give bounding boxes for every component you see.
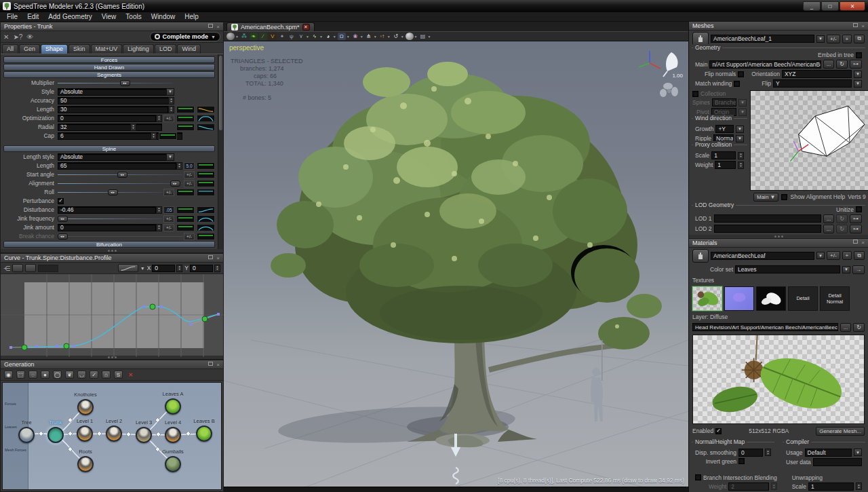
lod1-edit[interactable]: ⊶: [850, 214, 862, 223]
start-angle-slider[interactable]: ◂▸: [58, 171, 182, 178]
lod1-browse[interactable]: ...: [823, 214, 835, 223]
enable-node-icon[interactable]: ✓: [90, 371, 98, 379]
close-panel-icon[interactable]: ×: [861, 240, 865, 246]
tab-mat-uv[interactable]: Mat+UV: [91, 44, 123, 54]
main-reload-button[interactable]: ↻: [836, 60, 848, 69]
mesh-select-dropdown[interactable]: AmericanBeechLeaf_1: [711, 35, 814, 43]
flower-tool[interactable]: ❀▼: [351, 33, 363, 40]
detail-normal-texture-button[interactable]: Detail Normal: [820, 286, 850, 311]
jink-amount-thumb2[interactable]: [197, 224, 215, 231]
normal-texture-thumb[interactable]: [724, 286, 754, 311]
length-curve-thumb[interactable]: [197, 106, 215, 113]
section-forces[interactable]: Forces: [3, 56, 215, 63]
jink-frequency-slider[interactable]: ◂▸: [58, 215, 162, 223]
node-knotholes[interactable]: [77, 399, 94, 415]
document-tab[interactable]: AmericanBeech.spm* ✕: [226, 22, 315, 31]
radial-curve-thumb[interactable]: [197, 124, 215, 131]
spine-length-thumb[interactable]: [197, 162, 215, 170]
grab-material-button[interactable]: [692, 249, 709, 263]
section-bifurcation[interactable]: Bifurcation: [3, 241, 215, 248]
lock-node-icon[interactable]: ⌂: [102, 371, 111, 379]
radial-input[interactable]: 32: [58, 124, 162, 131]
disturbance-badge[interactable]: .05: [163, 206, 174, 214]
curve-value-field[interactable]: [38, 265, 58, 272]
node-level-1[interactable]: [77, 425, 93, 442]
node-tree[interactable]: [18, 427, 35, 443]
length-style-caret[interactable]: ▼: [166, 153, 174, 161]
jink-amount-spinner[interactable]: ▲▼: [156, 224, 162, 231]
usage-dropdown[interactable]: Default: [805, 449, 852, 457]
branch-tool[interactable]: V: [269, 33, 277, 40]
alpha-texture-thumb[interactable]: [756, 286, 786, 311]
jink-amount-variance[interactable]: +/-: [163, 224, 174, 231]
curve-editor[interactable]: [1, 274, 223, 356]
texture-reload-button[interactable]: ↻: [853, 323, 865, 332]
node-roots[interactable]: [77, 456, 94, 472]
section-spine[interactable]: Spine: [3, 145, 215, 152]
chevron-down-icon[interactable]: ▼: [211, 35, 216, 39]
mesh-preview[interactable]: [750, 90, 868, 191]
tab-lod[interactable]: LOD: [155, 44, 177, 54]
mesh-pm-button[interactable]: +/-: [827, 35, 840, 43]
hand-drawn-icon[interactable]: ❦: [65, 371, 74, 379]
grass-tool[interactable]: ∕: [259, 33, 267, 40]
menu-tools[interactable]: Tools: [121, 13, 145, 20]
alignment-slider[interactable]: ◂▸: [58, 180, 182, 187]
jink-frequency-thumb1[interactable]: [176, 215, 195, 223]
roll-thumb1[interactable]: [176, 189, 195, 196]
jink-amount-thumb1[interactable]: [176, 224, 195, 231]
jink-frequency-variance[interactable]: +/-: [163, 215, 174, 223]
float-panel-icon[interactable]: [853, 240, 858, 244]
node-leaves-a[interactable]: [165, 398, 181, 415]
curve-x-spinner[interactable]: ▲▼: [176, 265, 182, 272]
visibility-icon[interactable]: ◡: [77, 371, 86, 379]
style-dropdown[interactable]: Absolute: [58, 88, 173, 96]
menu-add-geometry[interactable]: Add Geometry: [44, 13, 96, 20]
disp-spinner[interactable]: ▲▼: [765, 449, 771, 456]
close-panel-icon[interactable]: ×: [861, 23, 865, 29]
deselect-icon[interactable]: ✕: [3, 33, 9, 41]
disturbance-spinner[interactable]: ▲▼: [156, 206, 162, 214]
marquee-select-icon[interactable]: ⬚: [16, 371, 25, 379]
branch-blending-checkbox[interactable]: [695, 474, 701, 480]
break-chance-slider[interactable]: ◂▸: [58, 233, 182, 240]
main-edit-button[interactable]: ⊶: [850, 60, 862, 69]
spine-length-input[interactable]: 65: [58, 162, 176, 170]
lod2-edit[interactable]: ⊶: [850, 225, 862, 233]
material-pm-button[interactable]: +/-: [827, 251, 840, 260]
length-spinner[interactable]: ▲▼: [168, 106, 174, 113]
unwrap-scale-input[interactable]: 1: [808, 482, 854, 491]
spine-length-spinner[interactable]: ▲▼: [176, 162, 182, 170]
accuracy-input[interactable]: 50: [58, 97, 173, 105]
viewport-3d[interactable]: perspective TRIANGLES - SELECTED branche…: [224, 41, 688, 487]
optimization-spinner[interactable]: ▲▼: [156, 115, 162, 122]
cap-profile-thumb[interactable]: [159, 132, 177, 140]
spine-length-badge[interactable]: 5.0: [184, 162, 195, 170]
sphere-tool[interactable]: ▼: [406, 33, 418, 40]
ripple-caret[interactable]: ▼: [736, 135, 744, 143]
undo-tool[interactable]: ↺▼: [392, 33, 404, 40]
invert-green-checkbox[interactable]: [738, 458, 745, 464]
bones-tool[interactable]: ⋔▼: [365, 33, 377, 40]
start-angle-thumb[interactable]: [197, 171, 215, 178]
scale-input[interactable]: 1: [711, 151, 736, 159]
plant-tool[interactable]: ψ: [288, 33, 296, 40]
tab-wind[interactable]: Wind: [177, 44, 201, 54]
mode-selector[interactable]: Complete mode ▼: [150, 32, 220, 41]
disturbance-thumb2[interactable]: [197, 206, 215, 214]
node-trunk[interactable]: [47, 427, 64, 443]
curve-y-spinner[interactable]: ▲▼: [214, 265, 220, 272]
style-dropdown-caret[interactable]: ▼: [166, 88, 174, 96]
lod1-reload[interactable]: ↻: [836, 214, 848, 223]
material-copy-button[interactable]: ⧉: [854, 251, 865, 260]
tab-all[interactable]: All: [2, 44, 18, 54]
unwrap-scale-spinner[interactable]: ▲▼: [856, 482, 862, 490]
embed-in-tree-checkbox[interactable]: [856, 52, 862, 58]
lod2-browse[interactable]: ...: [823, 225, 835, 233]
orientation-caret[interactable]: ▼: [854, 71, 862, 78]
material-add-button[interactable]: +: [842, 251, 852, 260]
node-level-4[interactable]: [165, 427, 181, 443]
zoom-node-icon[interactable]: ●: [41, 371, 50, 379]
ear-wind-tool[interactable]: Ω▼: [338, 33, 350, 40]
flip-normals-checkbox[interactable]: [738, 71, 744, 77]
